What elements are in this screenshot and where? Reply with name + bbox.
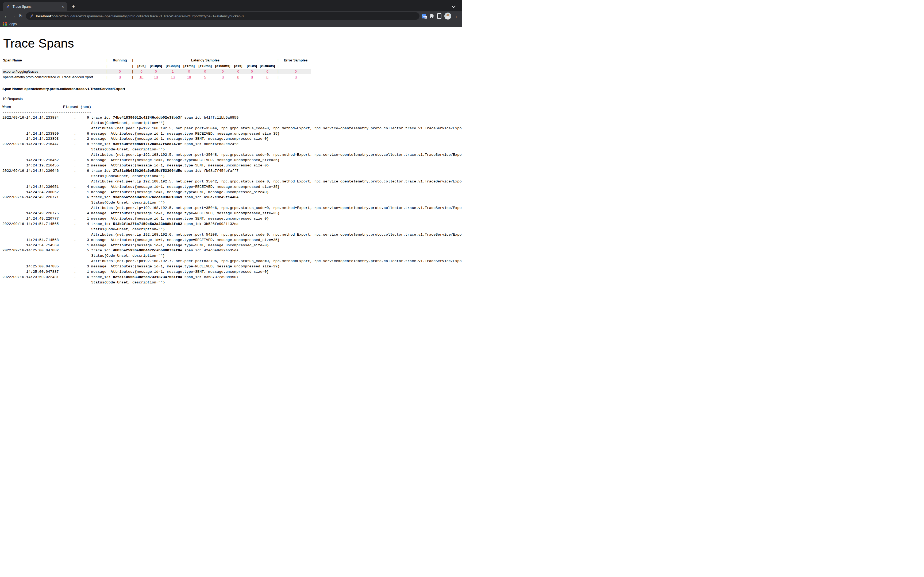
span-name-cell: opentelemetry.proto.collector.trace.v1.T… [2,74,105,80]
span-name-header: Span Name [2,57,105,63]
forward-button[interactable]: → [10,13,17,20]
separator: | [105,69,109,74]
bucket-header: [>100ms] [213,63,232,69]
running-count: 0 [109,69,130,74]
latency-bucket-count: 0 [259,74,276,80]
bucket-header: [>10µs] [148,63,164,69]
latency-bucket-count: 0 [135,69,148,74]
close-icon[interactable]: × [60,4,65,9]
latency-bucket-count-link[interactable]: 0 [251,75,253,79]
separator: | [130,69,135,74]
latency-bucket-count-link[interactable]: 0 [266,69,268,73]
side-panel-icon[interactable] [437,13,441,19]
error-count: 0 [281,69,311,74]
latency-bucket-count-link[interactable]: 0 [266,75,268,79]
latency-bucket-count-link[interactable]: 0 [221,75,223,79]
table-cell [2,63,105,69]
avatar[interactable] [444,13,451,19]
bucket-header: [>1ms] [181,63,197,69]
url-text: localhost:55679/debug/tracez?zspanname=o… [36,14,244,18]
extensions-icon[interactable] [429,14,434,19]
table-row: ||[>0s][>10µs][>100µs][>1ms][>10ms][>100… [2,63,311,69]
latency-bucket-count-link[interactable]: 0 [204,69,206,73]
latency-bucket-count: 0 [213,69,232,74]
browser-tab[interactable]: Trace Spans × [3,2,67,11]
separator: | [130,57,135,63]
running-count-link[interactable]: 0 [119,75,121,79]
apps-grid-icon [3,22,7,26]
separator: | [105,57,109,63]
new-tab-button[interactable]: + [72,4,75,9]
latency-bucket-count: 0 [245,69,259,74]
table-row: opentelemetry.proto.collector.trace.v1.T… [2,74,311,80]
back-button[interactable]: ← [3,13,10,20]
running-count-link[interactable]: 0 [119,69,121,73]
toolbar-icons: G 文 ⋮ [422,13,459,19]
separator: | [276,74,281,80]
bucket-header: [>100µs] [164,63,181,69]
running-header: Running [109,57,130,63]
separator: | [105,63,109,69]
reload-button[interactable]: ↻ [17,13,24,20]
error-samples-header: Error Samples [281,57,311,63]
latency-bucket-count-link[interactable]: 10 [171,75,174,79]
bucket-header: [>10s] [245,63,259,69]
tab-title: Trace Spans [13,5,60,8]
latency-bucket-count: 10 [181,74,197,80]
latency-bucket-count-link[interactable]: 10 [154,75,158,79]
latency-bucket-count: 1 [164,69,181,74]
latency-bucket-count: 0 [213,74,232,80]
latency-bucket-count-link[interactable]: 0 [221,69,223,73]
bucket-header: [>1m40s] [259,63,276,69]
latency-bucket-count: 10 [164,74,181,80]
span-name-heading: Span Name: opentelemetry.proto.collector… [2,87,462,91]
latency-bucket-count: 0 [232,69,245,74]
address-bar[interactable]: localhost:55679/debug/tracez?zspanname=o… [26,12,420,20]
url-host: localhost [36,14,51,18]
latency-bucket-count-link[interactable]: 0 [251,69,253,73]
samples-table: Span Name|Running|Latency Samples|Error … [2,57,311,80]
latency-bucket-count-link[interactable]: 0 [188,69,190,73]
span-name-cell: exporter/logging/traces [2,69,105,74]
latency-bucket-count-link[interactable]: 0 [141,69,142,73]
latency-bucket-count-link[interactable]: 0 [237,75,239,79]
error-count-link[interactable]: 0 [295,69,297,73]
site-favicon-icon [6,5,10,9]
bucket-header: [>0s] [135,63,148,69]
url-path: :55679/debug/tracez?zspanname=openteleme… [51,14,244,18]
separator: | [276,57,281,63]
separator: | [276,63,281,69]
request-count: 10 Requests [2,97,462,101]
bucket-header: [>1s] [232,63,245,69]
site-favicon-icon [30,14,34,18]
running-count: 0 [109,74,130,80]
latency-bucket-count-link[interactable]: 10 [187,75,191,79]
latency-bucket-count: 10 [135,74,148,80]
latency-bucket-count: 5 [197,74,213,80]
chevron-down-icon[interactable] [452,4,456,8]
latency-bucket-count-link[interactable]: 0 [237,69,239,73]
page-title: Trace Spans [3,36,462,50]
latency-bucket-count-link[interactable]: 10 [140,75,143,79]
bucket-header: [>10ms] [197,63,213,69]
error-count-link[interactable]: 0 [295,75,297,79]
translate-icon[interactable]: G 文 [422,14,426,18]
separator: | [130,74,135,80]
latency-bucket-count-link[interactable]: 1 [172,69,173,73]
table-cell [109,63,130,69]
latency-bucket-count: 10 [148,74,164,80]
separator: | [130,63,135,69]
menu-kebab-icon[interactable]: ⋮ [454,14,458,18]
browser-chrome: Trace Spans × + ← → ↻ localhost:55679/de… [0,0,462,27]
latency-bucket-count-link[interactable]: 0 [155,69,157,73]
requests-log: When Elapsed (sec) ---------------------… [2,105,462,285]
apps-bookmark[interactable]: Apps [10,22,16,26]
latency-bucket-count-link[interactable]: 5 [204,75,206,79]
samples-table-body: Span Name|Running|Latency Samples|Error … [2,57,311,80]
latency-bucket-count: 0 [148,69,164,74]
latency-bucket-count: 0 [197,69,213,74]
page-content: Trace Spans Span Name|Running|Latency Sa… [0,36,462,285]
tab-strip: Trace Spans × + [0,0,462,11]
table-row: exporter/logging/traces|0|001000000|0 [2,69,311,74]
latency-bucket-count: 0 [232,74,245,80]
